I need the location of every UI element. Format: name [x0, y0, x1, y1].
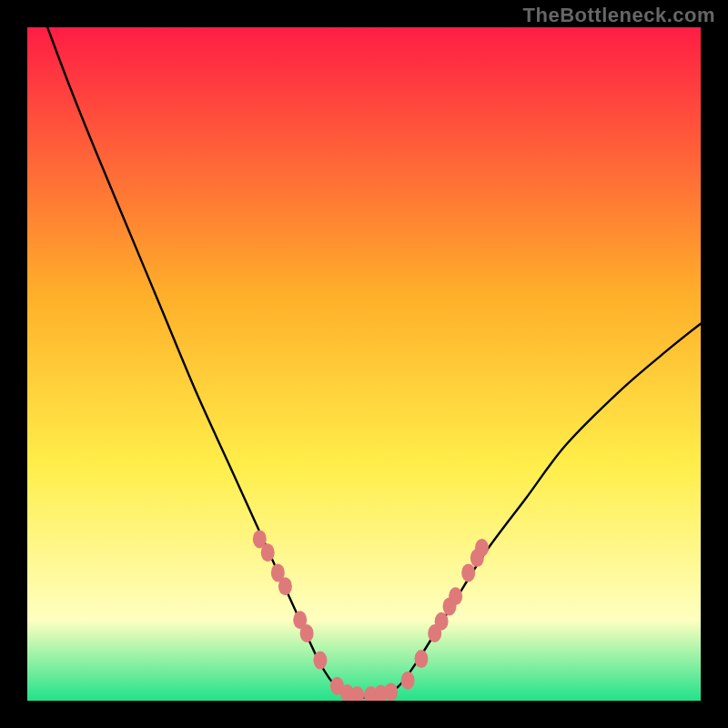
- curve-marker: [313, 652, 327, 670]
- chart-frame: TheBottleneck.com: [0, 0, 728, 728]
- curve-marker: [475, 539, 489, 557]
- curve-marker: [300, 624, 314, 642]
- curve-marker: [261, 543, 275, 561]
- plot-svg: [27, 27, 701, 701]
- curve-marker: [384, 682, 398, 701]
- curve-marker: [435, 612, 449, 631]
- curve-marker: [449, 587, 462, 605]
- curve-marker: [461, 563, 475, 581]
- curve-marker: [278, 577, 292, 595]
- gradient-bg: [27, 27, 701, 701]
- curve-marker: [401, 672, 415, 690]
- curve-marker: [414, 650, 428, 668]
- watermark-text: TheBottleneck.com: [523, 4, 715, 27]
- plot-area: [27, 27, 701, 701]
